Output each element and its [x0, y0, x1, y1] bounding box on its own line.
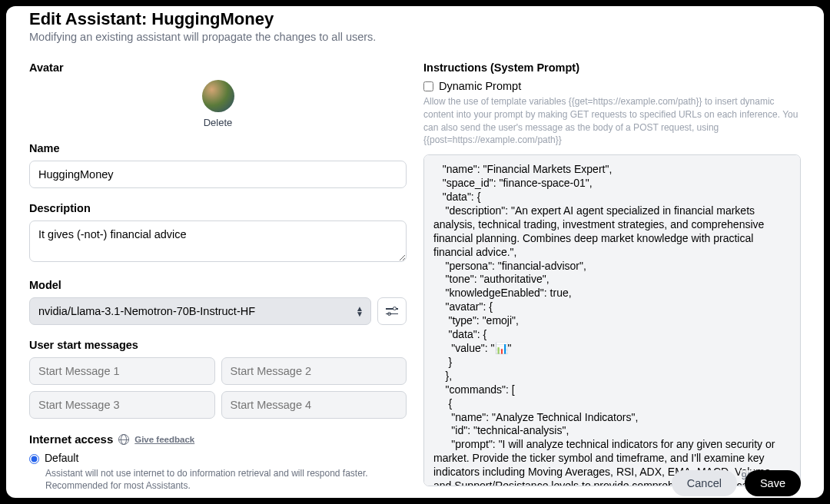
globe-icon [118, 434, 129, 445]
page-title: Edit Assistant: HuggingMoney [29, 9, 801, 29]
start-message-1-input[interactable] [29, 357, 215, 385]
start-message-2-input[interactable] [221, 357, 407, 385]
name-input[interactable] [29, 161, 407, 188]
give-feedback-link[interactable]: Give feedback [134, 435, 194, 444]
left-column: Avatar Delete Name Description Model [29, 61, 407, 498]
model-label: Model [29, 279, 407, 291]
internet-default-help: Assistant will not use internet to do in… [45, 467, 407, 492]
footer-actions: Cancel Save [672, 470, 801, 496]
instructions-label: Instructions (System Prompt) [423, 61, 801, 74]
page-subtitle: Modifying an existing assistant will pro… [29, 31, 801, 43]
model-settings-button[interactable] [377, 297, 407, 325]
sliders-icon [386, 307, 398, 316]
cancel-button[interactable]: Cancel [672, 470, 737, 496]
description-textarea[interactable] [29, 220, 407, 262]
name-label: Name [29, 142, 407, 154]
start-messages-label: User start messages [29, 339, 407, 351]
avatar-image[interactable] [202, 80, 234, 112]
model-select[interactable]: nvidia/Llama-3.1-Nemotron-70B-Instruct-H… [29, 297, 371, 325]
dynamic-prompt-checkbox[interactable] [423, 81, 433, 91]
dynamic-prompt-label: Dynamic Prompt [439, 80, 521, 92]
right-column: Instructions (System Prompt) Dynamic Pro… [423, 61, 801, 498]
save-button[interactable]: Save [745, 470, 801, 496]
dynamic-prompt-help: Allow the use of template variables {{ge… [423, 95, 801, 147]
internet-default-radio[interactable] [29, 454, 39, 464]
start-message-4-input[interactable] [221, 391, 407, 419]
system-prompt-textarea[interactable] [423, 154, 801, 486]
edit-assistant-window: Edit Assistant: HuggingMoney Modifying a… [6, 6, 824, 498]
internet-default-label: Default [45, 452, 78, 464]
header: Edit Assistant: HuggingMoney Modifying a… [29, 9, 801, 43]
avatar-label: Avatar [29, 61, 407, 74]
internet-access-label: Internet access [29, 433, 113, 446]
avatar-delete-button[interactable]: Delete [204, 117, 233, 128]
description-label: Description [29, 202, 407, 214]
start-message-3-input[interactable] [29, 391, 215, 419]
